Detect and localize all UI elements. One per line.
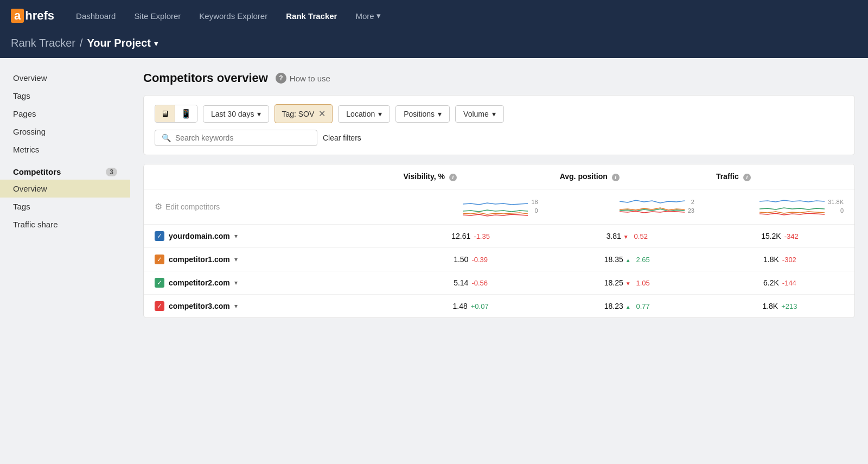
traffic-value-0: 15.2K	[761, 232, 781, 240]
domain-cell-3: ✓ competitor3.com ▾	[144, 294, 393, 317]
domain-checkbox-1[interactable]: ✓	[155, 255, 164, 264]
sidebar-competitors-section: Competitors 3	[0, 158, 130, 180]
chevron-down-icon: ▾	[154, 39, 158, 48]
sidebar-item-metrics[interactable]: Metrics	[0, 141, 130, 158]
traffic-value-3: 1.8K	[762, 302, 778, 310]
chevron-down-icon: ▾	[257, 110, 261, 118]
visibility-chart	[463, 196, 528, 218]
nav-dashboard[interactable]: Dashboard	[68, 7, 123, 25]
avg-value-2: 18.25	[604, 278, 623, 287]
traffic-change-2: -144	[782, 279, 796, 287]
logo-a: a	[11, 9, 24, 23]
edit-competitors-row: ⚙ Edit competitors	[144, 189, 854, 224]
domain-chevron-icon-3[interactable]: ▾	[234, 302, 238, 310]
mobile-device-button[interactable]: 📱	[175, 105, 197, 122]
vis-change-0: -1.35	[474, 232, 490, 240]
filter-row-2: 🔍 Clear filters	[155, 130, 844, 146]
table-row: ✓ competitor2.com ▾ 5.14-0.5618.25 ▼ 1.0…	[144, 271, 854, 294]
date-range-filter[interactable]: Last 30 days ▾	[203, 105, 269, 123]
top-navigation: a hrefs Dashboard Site Explorer Keywords…	[0, 0, 868, 31]
traffic-value-2: 6.2K	[763, 278, 779, 287]
domain-name-1[interactable]: competitor1.com	[169, 255, 230, 264]
help-circle-icon: ?	[276, 73, 286, 84]
avg-chart-labels: 2 23	[688, 198, 694, 215]
chevron-down-icon: ▾	[378, 110, 382, 118]
filter-row-1: 🖥 📱 Last 30 days ▾ Tag: SOV ✕ Location ▾	[155, 104, 844, 123]
domain-checkbox-2[interactable]: ✓	[155, 278, 164, 288]
breadcrumb-current[interactable]: Your Project ▾	[87, 37, 158, 49]
vis-change-2: -0.56	[471, 279, 488, 287]
vis-change-3: +0.07	[471, 302, 489, 310]
col-traffic-header: Traffic i	[705, 164, 854, 189]
avg-arrow-icon-3: ▲	[626, 304, 631, 310]
avg-value-0: 3.81	[607, 232, 621, 240]
traffic-change-3: +213	[781, 302, 797, 310]
avg-arrow-icon-2: ▼	[626, 281, 631, 287]
domain-chevron-icon-2[interactable]: ▾	[234, 279, 238, 287]
nav-keywords-explorer[interactable]: Keywords Explorer	[192, 7, 275, 25]
tag-close-button[interactable]: ✕	[318, 109, 326, 119]
traffic-chart-cell: 31.8K 0	[705, 189, 854, 224]
avg-change-3: 0.77	[636, 302, 649, 310]
avg-position-info-icon[interactable]: i	[612, 174, 620, 181]
logo[interactable]: a hrefs	[11, 9, 54, 23]
vis-value-2: 5.14	[454, 278, 468, 287]
domain-chevron-icon-0[interactable]: ▾	[234, 232, 238, 240]
table-row: ✓ yourdomain.com ▾ 12.61-1.353.81 ▼ 0.52…	[144, 224, 854, 247]
chevron-down-icon: ▾	[438, 110, 442, 118]
vis-chart-labels: 18 0	[531, 198, 538, 215]
col-avg-position-header: Avg. position i	[549, 164, 705, 189]
sidebar-item-overview[interactable]: Overview	[0, 69, 130, 87]
visibility-info-icon[interactable]: i	[449, 174, 457, 181]
nav-site-explorer[interactable]: Site Explorer	[126, 7, 188, 25]
sidebar-item-pages[interactable]: Pages	[0, 105, 130, 123]
tag-filter: Tag: SOV ✕	[275, 104, 333, 123]
location-filter[interactable]: Location ▾	[338, 105, 390, 123]
domain-chevron-icon-1[interactable]: ▾	[234, 256, 238, 263]
domain-cell-1: ✓ competitor1.com ▾	[144, 247, 393, 271]
domain-cell-0: ✓ yourdomain.com ▾	[144, 224, 393, 247]
sidebar-item-grossing[interactable]: Grossing	[0, 123, 130, 141]
positions-filter[interactable]: Positions ▾	[395, 105, 450, 123]
sidebar-item-competitors-tags[interactable]: Tags	[0, 198, 130, 215]
avg-cell-2: 18.25 ▼ 1.05	[549, 271, 705, 294]
clear-filters-button[interactable]: Clear filters	[323, 130, 361, 145]
domain-name-2[interactable]: competitor2.com	[169, 278, 230, 287]
traffic-cell-2: 6.2K-144	[705, 271, 854, 294]
domain-name-3[interactable]: competitor3.com	[169, 302, 230, 310]
sidebar-item-tags[interactable]: Tags	[0, 87, 130, 105]
vis-cell-0: 12.61-1.35	[393, 224, 549, 247]
vis-value-3: 1.48	[453, 302, 468, 310]
traffic-cell-1: 1.8K-302	[705, 247, 854, 271]
domain-name-0[interactable]: yourdomain.com	[169, 232, 230, 240]
desktop-device-button[interactable]: 🖥	[155, 105, 175, 122]
sidebar: Overview Tags Pages Grossing Metrics Com…	[0, 58, 130, 462]
nav-more[interactable]: More ▾	[348, 7, 388, 25]
traffic-info-icon[interactable]: i	[743, 174, 751, 181]
domain-checkbox-0[interactable]: ✓	[155, 231, 164, 241]
vis-chart-cell: 18 0	[393, 189, 549, 224]
main-content: Competitors overview ? How to use 🖥 📱 La…	[130, 58, 868, 462]
filter-card: 🖥 📱 Last 30 days ▾ Tag: SOV ✕ Location ▾	[143, 95, 855, 155]
sidebar-item-traffic-share[interactable]: Traffic share	[0, 215, 130, 233]
edit-competitors-cell: ⚙ Edit competitors	[144, 189, 393, 224]
traffic-change-0: -342	[784, 232, 799, 240]
avg-cell-1: 18.35 ▲ 2.65	[549, 247, 705, 271]
traffic-chart-labels: 31.8K 0	[828, 198, 844, 215]
device-toggle: 🖥 📱	[155, 105, 197, 123]
nav-rank-tracker[interactable]: Rank Tracker	[278, 7, 344, 25]
col-visibility-header: Visibility, % i	[393, 164, 549, 189]
avg-arrow-icon-1: ▲	[626, 257, 631, 263]
volume-filter[interactable]: Volume ▾	[455, 105, 504, 123]
gear-icon: ⚙	[155, 201, 162, 212]
traffic-change-1: -302	[782, 256, 796, 264]
how-to-use-button[interactable]: ? How to use	[276, 73, 330, 84]
competitors-badge: 3	[106, 168, 117, 176]
keyword-search-box[interactable]: 🔍	[155, 130, 317, 146]
traffic-chart	[760, 196, 825, 218]
search-keywords-input[interactable]	[175, 134, 310, 142]
avg-arrow-icon-0: ▼	[623, 234, 629, 240]
domain-checkbox-3[interactable]: ✓	[155, 301, 164, 311]
sidebar-item-competitors-overview[interactable]: Overview	[0, 180, 130, 198]
breadcrumb-separator: /	[80, 37, 83, 49]
